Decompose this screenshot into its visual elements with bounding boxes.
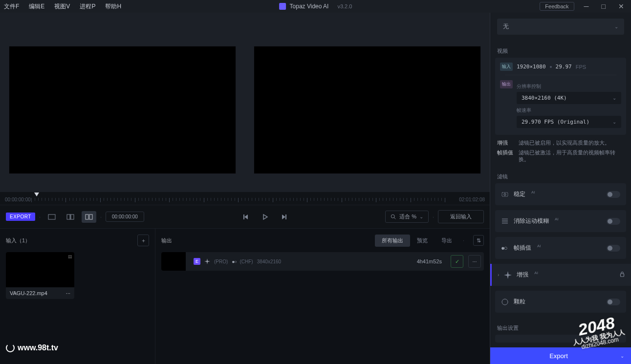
menu-help[interactable]: 帮助H <box>105 2 121 11</box>
playhead[interactable] <box>34 193 39 197</box>
window-controls: Feedback ─ □ ✕ <box>540 0 627 12</box>
titlebar: 文件F 编辑E 视图V 进程P 帮助H Topaz Video AI v3.2.… <box>0 0 631 13</box>
filter-grain[interactable]: 颗粒 <box>495 291 626 313</box>
app-version: v3.2.0 <box>337 3 352 9</box>
right-sidebar: 无⌄ 视频 输入 1920×1080 29.97 FPS 输出 分辨率控制 38… <box>490 13 631 364</box>
sort-button[interactable]: ⇅ <box>473 235 484 246</box>
output-fps-dropdown[interactable]: 29.970 FPS (Original)⌄ <box>517 116 621 128</box>
minimize-icon[interactable]: ─ <box>581 0 592 12</box>
zoom-dropdown[interactable]: 适合 % ⌄ <box>385 211 429 223</box>
close-icon[interactable]: ✕ <box>615 0 627 12</box>
tab-export[interactable]: 导出 <box>435 235 459 247</box>
tab-all-outputs[interactable]: 所有输出 <box>375 235 410 247</box>
inputs-title: 输入（1） <box>6 237 30 244</box>
input-panel: 输入（1） ＋ ▤ VAGU-222.mp4 ··· <box>0 229 155 364</box>
output-row[interactable]: E (PRO) ●○ (CHF) 3840x2160 4h41m52s ✓ ··… <box>161 252 484 271</box>
filter-interpolation[interactable]: ●○ 帧插值AI <box>495 237 626 259</box>
back-to-input-button[interactable]: 返回输入 <box>438 210 484 223</box>
enhance-icon <box>504 271 512 279</box>
next-frame-icon[interactable] <box>276 211 291 223</box>
outputs-title: 输出 <box>161 237 172 244</box>
add-input-button[interactable]: ＋ <box>137 235 149 246</box>
tab-preview[interactable]: 预览 <box>410 235 435 247</box>
svg-marker-14 <box>204 258 210 264</box>
model-pro: (PRO) <box>214 259 228 264</box>
enhance-note: 增强滤镜已被启用，以实现高质量的放大。 <box>497 140 624 147</box>
menu-edit[interactable]: 编辑E <box>29 2 44 11</box>
enhance-chip: E <box>194 258 200 265</box>
timecode-display[interactable]: 00:00:00:00 <box>106 212 144 222</box>
video-info-card: 输入 1920×1080 29.97 FPS 输出 分辨率控制 3840×216… <box>495 58 626 135</box>
menu-process[interactable]: 进程P <box>80 2 95 11</box>
side-by-side-icon[interactable] <box>82 211 96 223</box>
prev-frame-icon[interactable] <box>239 211 254 223</box>
output-resolution-dropdown[interactable]: 3840×2160 (4K)⌄ <box>517 92 621 104</box>
input-thumbnail-card[interactable]: ▤ VAGU-222.mp4 ··· <box>6 252 74 299</box>
export-button-small[interactable]: EXPORT <box>6 213 35 221</box>
deblur-icon <box>501 217 509 225</box>
preview-input[interactable] <box>9 46 236 174</box>
chevron-right-icon: › <box>498 272 499 278</box>
feedback-button[interactable]: Feedback <box>540 2 574 11</box>
crop-icon[interactable] <box>44 211 59 223</box>
svg-marker-10 <box>282 214 285 219</box>
output-tabs: 所有输出 预览 导出 <box>375 235 459 247</box>
stabilize-icon <box>501 191 509 198</box>
svg-rect-8 <box>243 214 244 219</box>
section-filter-label: 滤镜 <box>497 173 624 180</box>
output-tag: 输出 <box>500 80 513 88</box>
timeline-start: 00:00:00:00 <box>5 197 31 202</box>
filter-deblur[interactable]: 消除运动模糊AI <box>495 210 626 232</box>
filter-enhance[interactable]: › 增强AI <box>490 264 631 286</box>
svg-rect-1 <box>48 214 55 219</box>
input-more-icon[interactable]: ··· <box>66 290 70 296</box>
grain-icon <box>501 298 509 306</box>
svg-marker-9 <box>263 214 267 219</box>
app-logo-icon <box>279 3 286 10</box>
thumb-badge-icon: ▤ <box>68 254 72 259</box>
output-thumbnail <box>161 252 186 271</box>
export-button[interactable]: Export⌄ <box>490 347 631 364</box>
control-bar: EXPORT · · 00:00:00:00 适合 % ⌄ · 返回输入 <box>0 205 490 229</box>
confirm-button[interactable]: ✓ <box>451 255 463 268</box>
svg-point-12 <box>391 214 394 218</box>
output-settings-card[interactable] <box>495 335 626 343</box>
play-icon[interactable] <box>258 211 272 223</box>
svg-marker-0 <box>34 193 39 196</box>
resolution-label: 分辨率控制 <box>517 83 621 90</box>
svg-marker-21 <box>504 271 512 279</box>
input-resolution: 1920×1080 <box>517 64 546 70</box>
svg-rect-2 <box>67 214 70 219</box>
menu-view[interactable]: 视图V <box>54 2 70 11</box>
maximize-icon[interactable]: □ <box>599 0 609 12</box>
svg-rect-5 <box>86 214 88 219</box>
app-title: Topaz Video AI v3.2.0 <box>279 3 352 10</box>
filter-stabilize[interactable]: 稳定AI <box>495 183 626 205</box>
input-fps: 29.97 <box>556 64 572 70</box>
preset-dropdown[interactable]: 无⌄ <box>497 19 624 35</box>
fps-label: 帧速率 <box>517 107 621 114</box>
interp-toggle[interactable] <box>607 245 620 252</box>
input-thumbnail: ▤ <box>6 252 74 287</box>
preview-output[interactable] <box>254 46 481 174</box>
svg-rect-11 <box>285 214 286 219</box>
interp-note: 帧插值滤镜已被激活，用于高质量的视频帧率转换。 <box>497 150 624 163</box>
timeline-ticks[interactable] <box>31 198 445 203</box>
frame-interp-icon: ●○ <box>232 259 236 264</box>
split-vertical-icon[interactable] <box>63 211 78 223</box>
output-resolution: 3840x2160 <box>257 259 282 264</box>
stabilize-toggle[interactable] <box>607 191 620 198</box>
menu-file[interactable]: 文件F <box>4 2 19 11</box>
preview-area <box>0 13 490 192</box>
svg-rect-4 <box>71 214 74 219</box>
section-output-label: 输出设置 <box>497 324 624 332</box>
timeline[interactable]: 00:00:00:00 02:01:02:08 <box>0 192 490 205</box>
output-more-icon[interactable]: ··· <box>468 255 481 268</box>
bottom-panels: 输入（1） ＋ ▤ VAGU-222.mp4 ··· 输出 <box>0 229 490 364</box>
app-name: Topaz Video AI <box>290 3 329 10</box>
menu-bar: 文件F 编辑E 视图V 进程P 帮助H <box>4 2 121 11</box>
lock-icon <box>619 271 625 278</box>
grain-toggle[interactable] <box>607 299 620 305</box>
left-pane: 00:00:00:00 02:01:02:08 EXPORT · · 00:00… <box>0 13 490 364</box>
deblur-toggle[interactable] <box>607 218 620 225</box>
